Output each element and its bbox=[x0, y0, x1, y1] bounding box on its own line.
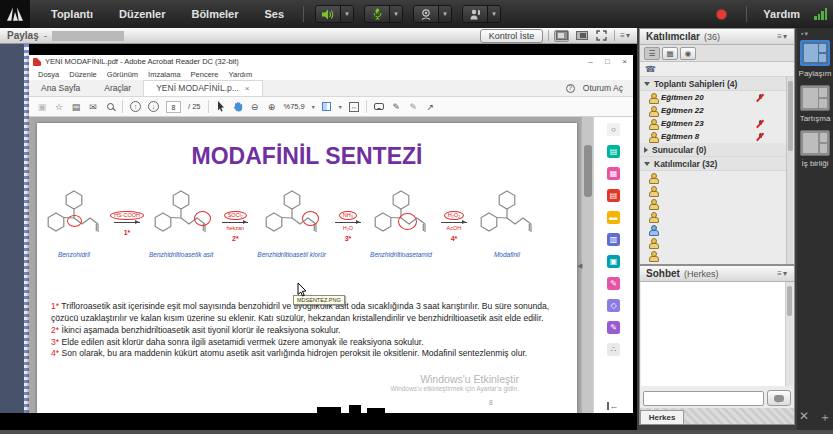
sign-pen-icon[interactable]: ✎ bbox=[408, 102, 418, 112]
hand-tool-icon[interactable] bbox=[233, 101, 243, 112]
chat-pod-menu-button[interactable]: ≡▾ bbox=[777, 269, 788, 278]
zoom-out-icon[interactable]: ⊖ bbox=[250, 102, 260, 112]
save-icon[interactable]: ▣ bbox=[37, 102, 47, 112]
fit-width-icon[interactable]: ↔ bbox=[349, 102, 360, 112]
participants-scrollbar[interactable] bbox=[786, 77, 793, 264]
participant-row[interactable]: Eğitmen 23 bbox=[640, 117, 787, 130]
acrobat-title-bar[interactable]: YENİ MODAFİNİL.pdf - Adobe Acrobat Reade… bbox=[29, 55, 633, 68]
layout-button[interactable]: İş birliği bbox=[800, 130, 830, 168]
chat-tab-everyone[interactable]: Herkes bbox=[640, 410, 684, 424]
webcam-button[interactable] bbox=[414, 6, 438, 22]
maximize-button[interactable]: □ bbox=[599, 55, 616, 68]
participant-row[interactable] bbox=[640, 223, 787, 236]
share-pod-menu-button[interactable]: ≡▾ bbox=[620, 31, 631, 40]
chat-send-button[interactable] bbox=[767, 390, 791, 406]
star-icon[interactable]: ☆ bbox=[54, 102, 64, 112]
participant-row[interactable] bbox=[640, 171, 787, 184]
request-control-button[interactable]: Kontrol İste bbox=[480, 29, 544, 43]
participant-row[interactable] bbox=[640, 184, 787, 197]
expand-triangle-icon[interactable] bbox=[644, 147, 648, 153]
acrobat-menu-item[interactable]: Pencere bbox=[186, 70, 224, 79]
previous-page-icon[interactable]: ↑ bbox=[130, 101, 141, 112]
tool-icon[interactable]: ▦ bbox=[607, 167, 620, 180]
fullscreen-button[interactable] bbox=[594, 30, 609, 42]
select-tool-icon[interactable] bbox=[216, 101, 226, 112]
share-arrow-icon[interactable]: ↗ bbox=[425, 102, 435, 112]
presenters-group-row[interactable]: Sunucular (0) bbox=[640, 143, 787, 157]
collapse-triangle-icon[interactable] bbox=[644, 82, 650, 86]
close-button[interactable]: × bbox=[616, 55, 633, 68]
list-view-button[interactable]: ☰ bbox=[644, 47, 660, 60]
scrollbar-thumb[interactable] bbox=[788, 81, 793, 151]
menu-ses[interactable]: Ses bbox=[252, 0, 298, 28]
delete-layout-icon[interactable]: ✕ bbox=[799, 409, 809, 426]
fit-width-view-button[interactable] bbox=[574, 30, 589, 42]
acrobat-menu-item[interactable]: İmzalama bbox=[143, 70, 186, 79]
fit-page-view-button[interactable] bbox=[554, 30, 569, 42]
participants-pod-header[interactable]: Katılımcılar (36) ≡▾ bbox=[640, 29, 794, 45]
add-layout-icon[interactable]: ＋ bbox=[819, 409, 831, 426]
collapse-pane-control[interactable]: ← bbox=[607, 401, 619, 411]
chat-pod-header[interactable]: Sohbet (Herkes) ≡▾ bbox=[640, 266, 794, 282]
connection-signal-icon[interactable] bbox=[814, 8, 827, 20]
chat-scrollbar[interactable] bbox=[785, 282, 793, 386]
hosts-group-row[interactable]: Toplantı Sahipleri (4) bbox=[640, 77, 787, 91]
help-menu[interactable]: Yardım bbox=[763, 8, 800, 20]
email-icon[interactable]: ✉ bbox=[88, 102, 98, 112]
tab-close-icon[interactable]: × bbox=[245, 81, 250, 96]
tool-icon[interactable]: ▤ bbox=[607, 145, 620, 158]
comment-bubble-icon[interactable] bbox=[374, 103, 384, 110]
acrobat-menu-item[interactable]: Görünüm bbox=[102, 70, 143, 79]
breakout-view-button[interactable]: ▦ bbox=[662, 47, 678, 60]
tool-icon[interactable]: ▬ bbox=[607, 211, 620, 224]
participant-row[interactable] bbox=[640, 197, 787, 210]
layout-button[interactable]: Paylaşım bbox=[799, 40, 832, 78]
participant-row[interactable]: Eğitmen 22 bbox=[640, 104, 787, 117]
chat-messages-area[interactable] bbox=[641, 282, 787, 386]
tool-icon[interactable]: ○ bbox=[607, 123, 620, 136]
zoom-in-icon[interactable]: ⊕ bbox=[267, 102, 277, 112]
tool-icon[interactable]: ▤ bbox=[607, 189, 620, 202]
layout-button[interactable]: Tartışma bbox=[800, 85, 831, 123]
raise-hand-button[interactable] bbox=[463, 6, 487, 22]
participant-row[interactable] bbox=[640, 249, 787, 262]
tab-tools[interactable]: Araçlar bbox=[92, 80, 143, 96]
microphone-dropdown[interactable]: ▾ bbox=[389, 6, 402, 22]
page-view-icon[interactable] bbox=[322, 102, 332, 111]
participant-row[interactable] bbox=[640, 236, 787, 249]
next-page-icon[interactable]: ↓ bbox=[148, 101, 159, 112]
menu-toplanti[interactable]: Toplantı bbox=[38, 0, 106, 28]
print-icon[interactable]: ▤ bbox=[71, 102, 81, 112]
participant-row[interactable]: Eğitmen 8 bbox=[640, 130, 787, 143]
tool-icon[interactable]: ▣ bbox=[607, 255, 620, 268]
status-view-button[interactable]: ◉ bbox=[680, 47, 696, 60]
sign-in-link[interactable]: Oturum Aç bbox=[583, 80, 623, 96]
collapse-triangle-icon[interactable] bbox=[644, 162, 650, 166]
participants-pod-menu-button[interactable]: ≡▾ bbox=[777, 32, 788, 41]
webcam-dropdown[interactable]: ▾ bbox=[438, 6, 451, 22]
scrollbar-thumb[interactable] bbox=[787, 286, 792, 316]
chat-message-input[interactable] bbox=[643, 391, 764, 406]
tool-icon[interactable]: ▥ bbox=[607, 233, 620, 246]
find-icon[interactable] bbox=[105, 103, 115, 110]
minimize-button[interactable]: – bbox=[582, 55, 599, 68]
menu-duzenler[interactable]: Düzenler bbox=[106, 0, 178, 28]
speaker-button[interactable] bbox=[316, 6, 340, 22]
panel-collapse-arrow[interactable]: ◀ bbox=[577, 262, 582, 270]
pdf-vertical-scrollbar[interactable] bbox=[581, 117, 593, 421]
acrobat-help-icon[interactable]: ? bbox=[566, 84, 575, 93]
microphone-button[interactable] bbox=[365, 6, 389, 22]
tab-home[interactable]: Ana Sayfa bbox=[29, 80, 92, 96]
layout-rail-menu-button[interactable]: ▪▾ bbox=[801, 30, 809, 38]
tool-icon[interactable]: ◇ bbox=[607, 299, 620, 312]
zoom-dropdown-icon[interactable]: ▾ bbox=[312, 103, 315, 110]
participant-row[interactable] bbox=[640, 210, 787, 223]
tool-icon[interactable]: ✎ bbox=[607, 277, 620, 290]
attendees-group-row[interactable]: Katılımcılar (32) bbox=[640, 157, 787, 171]
participant-row[interactable]: Eğitmen 20 bbox=[640, 91, 787, 104]
pencil-icon[interactable]: ✎ bbox=[391, 102, 401, 112]
tab-document[interactable]: YENİ MODAFİNİL.p... × bbox=[143, 80, 262, 96]
acrobat-menu-item[interactable]: Yardım bbox=[224, 70, 258, 79]
acrobat-menu-item[interactable]: Dosya bbox=[33, 70, 64, 79]
zoom-level-value[interactable]: %75,9 bbox=[284, 102, 305, 111]
